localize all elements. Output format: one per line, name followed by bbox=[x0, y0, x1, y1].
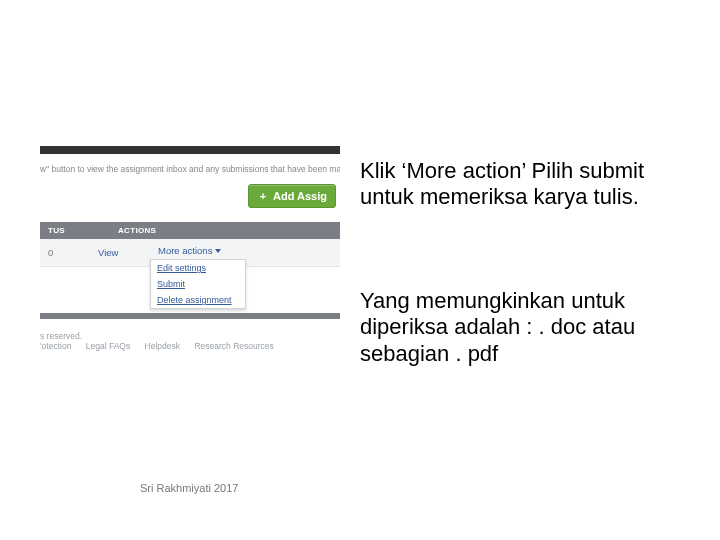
screenshot-footer: s reserved. 'otection Legal FAQs Helpdes… bbox=[40, 319, 340, 351]
instruction-paragraph-1: Klik ‘More action’ Pilih submit untuk me… bbox=[360, 158, 680, 211]
instruction-paragraph-2: Yang memungkinkan untuk diperiksa adalah… bbox=[360, 288, 680, 367]
cell-view[interactable]: View bbox=[90, 239, 150, 266]
screenshot-caption: w" button to view the assignment inbox a… bbox=[40, 154, 340, 180]
add-assignment-button[interactable]: + Add Assig bbox=[248, 184, 336, 208]
footer-link[interactable]: Legal FAQs bbox=[86, 341, 130, 351]
add-button-label: Add Assig bbox=[273, 190, 327, 202]
screenshot-header-bar bbox=[40, 146, 340, 154]
footer-link[interactable]: Helpdesk bbox=[145, 341, 180, 351]
screenshot-panel: w" button to view the assignment inbox a… bbox=[40, 146, 340, 374]
footer-link[interactable]: Research Resources bbox=[194, 341, 273, 351]
chevron-down-icon bbox=[215, 249, 221, 253]
menu-item-delete-assignment[interactable]: Delete assignment bbox=[151, 292, 245, 308]
footer-text: s reserved. bbox=[40, 331, 82, 341]
slide: w" button to view the assignment inbox a… bbox=[0, 0, 720, 540]
table-header-row: TUS ACTIONS bbox=[40, 222, 340, 239]
col-actions: ACTIONS bbox=[110, 222, 340, 239]
cell-status: 0 bbox=[40, 239, 90, 266]
more-actions-menu: Edit settings Submit Delete assignment bbox=[150, 259, 246, 309]
more-actions-label: More actions bbox=[158, 245, 212, 256]
slide-credit: Sri Rakhmiyati 2017 bbox=[140, 482, 238, 494]
table-row: 0 View More actions Edit settings Submit… bbox=[40, 239, 340, 267]
plus-icon: + bbox=[257, 190, 269, 202]
menu-item-submit[interactable]: Submit bbox=[151, 276, 245, 292]
cell-more-actions[interactable]: More actions Edit settings Submit Delete… bbox=[150, 239, 230, 266]
col-status: TUS bbox=[40, 222, 110, 239]
menu-item-edit-settings[interactable]: Edit settings bbox=[151, 260, 245, 276]
footer-link[interactable]: 'otection bbox=[40, 341, 71, 351]
button-row: + Add Assig bbox=[40, 180, 340, 222]
